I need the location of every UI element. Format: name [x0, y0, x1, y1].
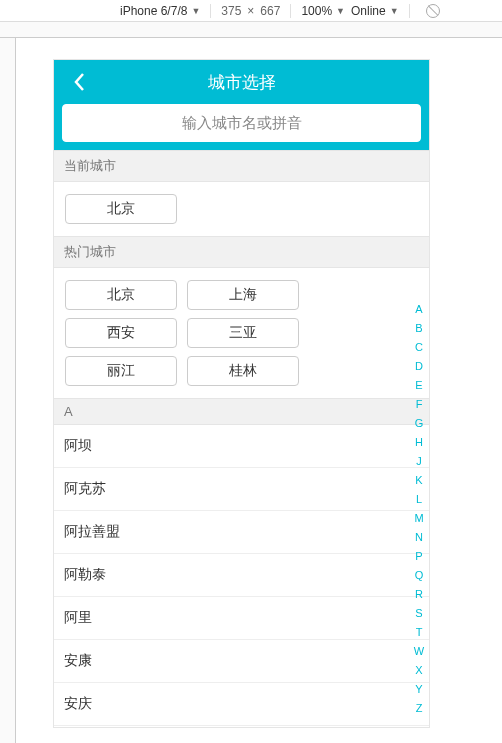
index-letter[interactable]: P [415, 547, 422, 566]
city-item[interactable]: 鞍山 [54, 726, 429, 727]
index-letter[interactable]: T [416, 623, 423, 642]
network-selector[interactable]: Online▼ [351, 4, 399, 18]
divider [290, 4, 291, 18]
vertical-ruler [0, 38, 16, 743]
hot-city-pill[interactable]: 西安 [65, 318, 177, 348]
scroll-area[interactable]: 当前城市 北京 热门城市 北京 上海 西安 三亚 丽江 桂林 A 阿坝 阿克苏 … [54, 150, 429, 727]
index-letter[interactable]: Y [415, 680, 422, 699]
divider [409, 4, 410, 18]
device-width[interactable]: 375 [221, 4, 241, 18]
page-header: 城市选择 [54, 60, 429, 104]
index-letter[interactable]: G [415, 414, 424, 433]
hot-cities-label: 热门城市 [54, 236, 429, 268]
search-bar: 输入城市名或拼音 [54, 104, 429, 150]
chevron-left-icon [73, 72, 85, 92]
hot-cities-row: 北京 上海 西安 三亚 丽江 桂林 [54, 268, 429, 398]
zoom-value: 100% [301, 4, 332, 18]
city-item[interactable]: 安庆 [54, 683, 429, 726]
dropdown-icon: ▼ [390, 6, 399, 16]
horizontal-ruler [0, 22, 502, 38]
current-city-row: 北京 [54, 182, 429, 236]
index-letter[interactable]: D [415, 357, 423, 376]
index-letter[interactable]: E [415, 376, 422, 395]
page-title: 城市选择 [208, 71, 276, 94]
index-letter[interactable]: L [416, 490, 422, 509]
city-list: 阿坝 阿克苏 阿拉善盟 阿勒泰 阿里 安康 安庆 鞍山 安顺 安阳 阿城 [54, 425, 429, 727]
search-input[interactable]: 输入城市名或拼音 [62, 104, 421, 142]
index-letter[interactable]: R [415, 585, 423, 604]
current-city-label: 当前城市 [54, 150, 429, 182]
current-city-pill[interactable]: 北京 [65, 194, 177, 224]
dropdown-icon: ▼ [336, 6, 345, 16]
index-letter[interactable]: A [415, 300, 422, 319]
index-letter[interactable]: B [415, 319, 422, 338]
city-item[interactable]: 阿坝 [54, 425, 429, 468]
index-letter[interactable]: W [414, 642, 424, 661]
device-height[interactable]: 667 [260, 4, 280, 18]
city-item[interactable]: 阿勒泰 [54, 554, 429, 597]
index-letter[interactable]: N [415, 528, 423, 547]
index-letter[interactable]: K [415, 471, 422, 490]
index-letter[interactable]: F [416, 395, 423, 414]
city-item[interactable]: 阿里 [54, 597, 429, 640]
city-item[interactable]: 安康 [54, 640, 429, 683]
alpha-index-bar[interactable]: A B C D E F G H J K L M N P Q R S T W X [411, 300, 427, 718]
dropdown-icon: ▼ [191, 6, 200, 16]
zoom-selector[interactable]: 100%▼ [301, 4, 345, 18]
hot-city-pill[interactable]: 丽江 [65, 356, 177, 386]
devtools-toolbar: iPhone 6/7/8▼ 375 × 667 100%▼ Online▼ [0, 0, 502, 22]
hot-city-pill[interactable]: 上海 [187, 280, 299, 310]
device-name: iPhone 6/7/8 [120, 4, 187, 18]
device-frame: 城市选择 输入城市名或拼音 当前城市 北京 热门城市 北京 上海 西安 三亚 丽… [54, 60, 429, 727]
city-item[interactable]: 阿克苏 [54, 468, 429, 511]
index-letter[interactable]: Q [415, 566, 424, 585]
network-value: Online [351, 4, 386, 18]
hot-city-pill[interactable]: 北京 [65, 280, 177, 310]
letter-section-header: A [54, 398, 429, 425]
city-item[interactable]: 阿拉善盟 [54, 511, 429, 554]
times-icon: × [247, 4, 254, 18]
divider [210, 4, 211, 18]
index-letter[interactable]: X [415, 661, 422, 680]
index-letter[interactable]: S [415, 604, 422, 623]
index-letter[interactable]: Z [416, 699, 423, 718]
back-button[interactable] [64, 60, 94, 104]
index-letter[interactable]: H [415, 433, 423, 452]
index-letter[interactable]: M [414, 509, 423, 528]
device-selector[interactable]: iPhone 6/7/8▼ [120, 4, 200, 18]
hot-city-pill[interactable]: 三亚 [187, 318, 299, 348]
index-letter[interactable]: C [415, 338, 423, 357]
no-sign-icon[interactable] [426, 4, 440, 18]
stage: 城市选择 输入城市名或拼音 当前城市 北京 热门城市 北京 上海 西安 三亚 丽… [0, 38, 502, 743]
hot-city-pill[interactable]: 桂林 [187, 356, 299, 386]
index-letter[interactable]: J [416, 452, 422, 471]
